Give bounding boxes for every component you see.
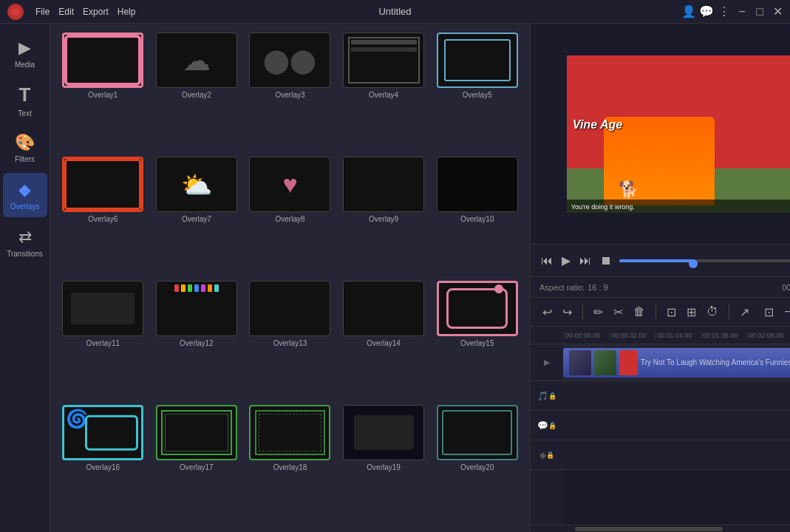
more-icon[interactable]: ⋮ — [719, 7, 729, 17]
overlay-label-19: Overlay19 — [367, 463, 401, 471]
preview-animal: 🐕 — [619, 180, 639, 200]
overlay-label-14: Overlay14 — [367, 339, 401, 347]
overlay-item-1[interactable]: Overlay1 — [59, 33, 147, 151]
overlay-thumb-19 — [343, 405, 424, 460]
media-icon: ▶ — [18, 38, 31, 58]
overlay-thumb-13 — [249, 281, 330, 336]
export-button[interactable]: ↗ — [737, 303, 752, 321]
overlay-label-8: Overlay8 — [275, 215, 304, 223]
sidebar-item-overlays[interactable]: ◆ Overlays — [3, 173, 47, 217]
overlay-item-16[interactable]: 🌀 Overlay16 — [59, 405, 147, 523]
overlay-item-15[interactable]: Overlay15 — [433, 281, 521, 399]
overlay-thumb-14 — [343, 281, 424, 336]
close-button[interactable]: ✕ — [772, 7, 783, 17]
main-layout: ▶ Media T Text 🎨 Filters ◆ Overlays ⇄ Tr… — [0, 24, 790, 532]
timeline-scrollbar[interactable] — [531, 525, 790, 532]
edit-button[interactable]: ✏ — [590, 303, 606, 321]
audio-lock: 🔒 — [548, 392, 556, 400]
user-icon[interactable]: 👤 — [684, 7, 694, 17]
overlay-item-10[interactable]: Overlay10 — [433, 157, 521, 275]
cut-button[interactable]: ✂ — [610, 303, 626, 321]
minimize-button[interactable]: − — [737, 7, 747, 17]
overlay-label-1: Overlay1 — [88, 91, 118, 99]
overlay-item-2[interactable]: ☁ Overlay2 — [153, 33, 241, 151]
overlay-item-6[interactable]: Overlay6 — [59, 157, 147, 275]
overlay-item-11[interactable]: Overlay11 — [59, 281, 147, 399]
overlay-item-3[interactable]: ⬤⬤ Overlay3 — [246, 33, 334, 151]
zoom-out-button[interactable]: − — [781, 303, 790, 321]
overlay-item-12[interactable]: Overlay12 — [153, 281, 241, 399]
stop-button[interactable]: ⏹ — [599, 253, 613, 269]
time-display: 00:01:32.00 / 00:12:56.09 — [782, 283, 790, 292]
overlay-lock: 🔒 — [546, 451, 554, 459]
transitions-icon: ⇄ — [18, 228, 32, 247]
audio-track-label: 🎵 🔒 — [531, 381, 563, 411]
timeline-tracks: ▶ 🎵 🔒 💬 🔒 ◆ 🔒 — [531, 344, 790, 525]
video-clip[interactable]: Try Not To Laugh Watching America's Funn… — [563, 348, 790, 378]
overlay-item-8[interactable]: ♥ Overlay8 — [246, 157, 334, 275]
timeline-ruler: 00:00:00.00 00:00:32.00 00:01:04.00 00:0… — [531, 327, 790, 344]
overlay-thumb-1 — [62, 33, 143, 88]
overlay-thumb-8: ♥ — [249, 157, 330, 212]
overlay-item-20[interactable]: Overlay20 — [433, 405, 521, 523]
overlay-item-19[interactable]: Overlay19 — [340, 405, 428, 523]
overlay-grid: Overlay1 ☁ Overlay2 ⬤⬤ Overlay3 — [50, 24, 530, 532]
overlay-item-9[interactable]: Overlay9 — [340, 157, 428, 275]
ruler-marks: 00:00:00.00 00:00:32.00 00:01:04.00 00:0… — [563, 332, 790, 339]
ruler-mark-1: 00:00:32.00 — [609, 332, 655, 339]
ruler-mark-3: 00:01:36.00 — [701, 332, 746, 339]
progress-handle[interactable] — [689, 259, 698, 268]
step-forward-button[interactable]: ⏭ — [578, 253, 593, 269]
filters-icon: 🎨 — [15, 133, 35, 152]
subtitle-track-label: 💬 🔒 — [531, 411, 563, 440]
track-labels: ▶ 🎵 🔒 💬 🔒 ◆ 🔒 — [531, 344, 563, 525]
overlay-item-13[interactable]: Overlay13 — [246, 281, 334, 399]
sidebar-item-media[interactable]: ▶ Media — [3, 31, 47, 75]
overlay-thumb-17 — [156, 405, 237, 460]
redo-button[interactable]: ↪ — [559, 303, 575, 321]
undo-button[interactable]: ↩ — [539, 303, 555, 321]
aspect-time-bar: Aspect ratio: 16 : 9 00:01:32.00 / 00:12… — [531, 276, 790, 297]
chat-icon[interactable]: 💬 — [701, 7, 712, 17]
subtitle-track — [563, 411, 790, 440]
ruler-mark-4: 00:02:08.00 — [746, 332, 790, 339]
overlay-label-3: Overlay3 — [275, 91, 304, 99]
scrollbar-thumb[interactable] — [575, 527, 723, 531]
maximize-button[interactable]: □ — [755, 7, 765, 17]
menu-help[interactable]: Help — [118, 7, 136, 17]
playback-progress[interactable] — [619, 259, 790, 262]
overlay-label-16: Overlay16 — [86, 463, 120, 471]
crop-button[interactable]: ⊡ — [664, 303, 679, 321]
overlay-thumb-15 — [437, 281, 518, 336]
menu-edit[interactable]: Edit — [58, 7, 74, 17]
play-button[interactable]: ▶ — [560, 252, 572, 269]
overlay-item-5[interactable]: Overlay5 — [433, 33, 521, 151]
menu-bar: File Edit Export Help — [35, 7, 135, 17]
mosaic-button[interactable]: ⊞ — [684, 303, 699, 321]
sidebar-item-transitions[interactable]: ⇄ Transitions — [3, 220, 47, 265]
overlay-label-4: Overlay4 — [369, 91, 398, 99]
overlay-item-14[interactable]: Overlay14 — [340, 281, 428, 399]
toolbar-separator-3 — [729, 304, 729, 319]
overlay-label-2: Overlay2 — [182, 91, 211, 99]
clip-thumb-1 — [569, 350, 591, 375]
overlay-track-icon: ◆ — [539, 450, 546, 460]
fit-button[interactable]: ⊡ — [761, 303, 777, 321]
overlay-item-17[interactable]: Overlay17 — [153, 405, 241, 523]
overlay-track-label: ◆ 🔒 — [531, 440, 563, 470]
speed-button[interactable]: ⏱ — [704, 303, 721, 321]
playback-controls: ⏮ ▶ ⏭ ⏹ 🔊 ⛶ — [531, 244, 790, 276]
delete-button[interactable]: 🗑 — [630, 303, 648, 321]
overlay-item-4[interactable]: Overlay4 — [340, 33, 428, 151]
menu-file[interactable]: File — [35, 7, 50, 17]
sidebar-item-text[interactable]: T Text — [3, 78, 47, 123]
sidebar: ▶ Media T Text 🎨 Filters ◆ Overlays ⇄ Tr… — [0, 24, 50, 532]
ruler-mark-2: 00:01:04.00 — [655, 332, 701, 339]
overlay-item-7[interactable]: ⛅ Overlay7 — [153, 157, 241, 275]
preview-video: Vine Age 🤓 🐕 You're doing it wrong. — [567, 55, 790, 213]
menu-export[interactable]: Export — [83, 7, 109, 17]
overlay-label-18: Overlay18 — [273, 463, 307, 471]
overlay-item-18[interactable]: Overlay18 — [246, 405, 334, 523]
step-back-button[interactable]: ⏮ — [539, 253, 554, 269]
sidebar-item-filters[interactable]: 🎨 Filters — [3, 126, 47, 170]
